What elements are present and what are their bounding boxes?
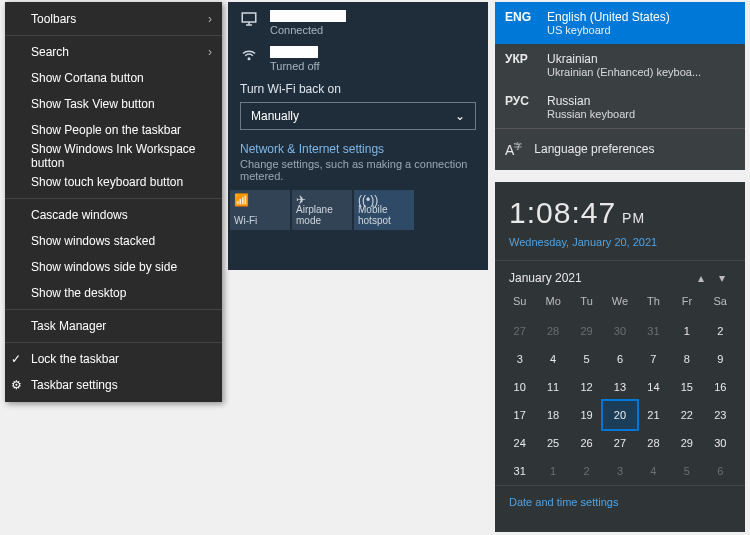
calendar-day[interactable]: 16 — [704, 373, 737, 401]
calendar-day[interactable]: 9 — [704, 345, 737, 373]
network-item-wifi[interactable]: Turned off — [228, 38, 488, 74]
calendar-day[interactable]: 2 — [704, 317, 737, 345]
calendar-month-label[interactable]: January 2021 — [509, 271, 582, 285]
network-item-ethernet[interactable]: Connected — [228, 2, 488, 38]
ctx-label: Show windows side by side — [31, 260, 177, 274]
time-value: 1:08:47 — [509, 196, 616, 229]
tile-label: Mobile hotspot — [358, 204, 410, 226]
lang-item-eng[interactable]: ENG English (United States) US keyboard — [495, 2, 745, 44]
language-preferences[interactable]: A字 Language preferences — [495, 128, 745, 170]
ctx-showdesktop[interactable]: Show the desktop — [5, 280, 222, 306]
calendar-day[interactable]: 13 — [603, 373, 636, 401]
calendar-day[interactable]: 1 — [670, 317, 703, 345]
calendar-day[interactable]: 4 — [637, 457, 670, 485]
tile-airplane[interactable]: ✈ Airplane mode — [292, 190, 352, 230]
calendar-day[interactable]: 29 — [570, 317, 603, 345]
ctx-cascade[interactable]: Cascade windows — [5, 202, 222, 228]
ctx-lock[interactable]: ✓ Lock the taskbar — [5, 346, 222, 372]
ctx-sidebyside[interactable]: Show windows side by side — [5, 254, 222, 280]
calendar-day[interactable]: 24 — [503, 429, 536, 457]
wifi-turnon-label: Turn Wi-Fi back on — [228, 74, 488, 100]
calendar-day[interactable]: 8 — [670, 345, 703, 373]
calendar-day[interactable]: 28 — [637, 429, 670, 457]
calendar-day[interactable]: 3 — [503, 345, 536, 373]
calendar-day[interactable]: 5 — [670, 457, 703, 485]
calendar-day[interactable]: 17 — [503, 401, 536, 429]
lang-item-ukr[interactable]: УКР Ukrainian Ukrainian (Enhanced) keybo… — [495, 44, 745, 86]
calendar-day[interactable]: 30 — [704, 429, 737, 457]
ctx-label: Show the desktop — [31, 286, 126, 300]
lang-keyboard: Russian keyboard — [547, 108, 635, 120]
separator — [5, 35, 222, 36]
ctx-label: Show Task View button — [31, 97, 155, 111]
calendar-prev-icon[interactable]: ▴ — [692, 271, 710, 285]
calendar-day[interactable]: 3 — [603, 457, 636, 485]
tile-wifi[interactable]: 📶 Wi-Fi — [230, 190, 290, 230]
ctx-settings[interactable]: ⚙ Taskbar settings — [5, 372, 222, 398]
calendar-day[interactable]: 2 — [570, 457, 603, 485]
separator — [5, 309, 222, 310]
tile-hotspot[interactable]: ((•)) Mobile hotspot — [354, 190, 414, 230]
ctx-toolbars[interactable]: Toolbars › — [5, 6, 222, 32]
calendar-day[interactable]: 21 — [637, 401, 670, 429]
calendar-day[interactable]: 12 — [570, 373, 603, 401]
calendar-day[interactable]: 28 — [536, 317, 569, 345]
ctx-search[interactable]: Search › — [5, 39, 222, 65]
lang-name: English (United States) — [547, 10, 670, 24]
calendar-day[interactable]: 11 — [536, 373, 569, 401]
calendar-day[interactable]: 23 — [704, 401, 737, 429]
network-settings-sub: Change settings, such as making a connec… — [228, 156, 488, 188]
tile-label: Wi-Fi — [234, 215, 286, 226]
wifi-icon — [240, 46, 260, 66]
calendar-day[interactable]: 26 — [570, 429, 603, 457]
ctx-people[interactable]: Show People on the taskbar — [5, 117, 222, 143]
calendar-day[interactable]: 6 — [603, 345, 636, 373]
lang-item-rus[interactable]: РУС Russian Russian keyboard — [495, 86, 745, 128]
calendar-day[interactable]: 1 — [536, 457, 569, 485]
ctx-stacked[interactable]: Show windows stacked — [5, 228, 222, 254]
ctx-taskmanager[interactable]: Task Manager — [5, 313, 222, 339]
calendar-day[interactable]: 7 — [637, 345, 670, 373]
calendar-day[interactable]: 4 — [536, 345, 569, 373]
date-time-settings-link[interactable]: Date and time settings — [495, 485, 745, 518]
calendar-day[interactable]: 27 — [503, 317, 536, 345]
network-settings-link[interactable]: Network & Internet settings — [228, 130, 488, 156]
calendar-day[interactable]: 14 — [637, 373, 670, 401]
separator — [5, 198, 222, 199]
calendar-dow: We — [603, 295, 636, 317]
calendar-day[interactable]: 20 — [603, 401, 636, 429]
calendar-day[interactable]: 25 — [536, 429, 569, 457]
ctx-label: Show touch keyboard button — [31, 175, 183, 189]
network-status: Turned off — [270, 60, 320, 72]
lang-abbr: ENG — [505, 10, 535, 24]
calendar-day[interactable]: 10 — [503, 373, 536, 401]
calendar-day[interactable]: 5 — [570, 345, 603, 373]
network-name-redacted — [270, 10, 346, 22]
calendar-day[interactable]: 15 — [670, 373, 703, 401]
lang-name: Russian — [547, 94, 635, 108]
calendar-day[interactable]: 22 — [670, 401, 703, 429]
calendar-next-icon[interactable]: ▾ — [713, 271, 731, 285]
calendar-day[interactable]: 27 — [603, 429, 636, 457]
ctx-label: Show People on the taskbar — [31, 123, 181, 137]
monitor-icon — [240, 10, 260, 30]
calendar-day[interactable]: 31 — [503, 457, 536, 485]
clock-date-link[interactable]: Wednesday, January 20, 2021 — [495, 232, 745, 260]
ctx-label: Task Manager — [31, 319, 106, 333]
ctx-cortana[interactable]: Show Cortana button — [5, 65, 222, 91]
hotspot-icon: ((•)) — [358, 193, 378, 207]
calendar-day[interactable]: 19 — [570, 401, 603, 429]
calendar-day[interactable]: 29 — [670, 429, 703, 457]
calendar-day[interactable]: 18 — [536, 401, 569, 429]
calendar-day[interactable]: 30 — [603, 317, 636, 345]
lang-keyboard: Ukrainian (Enhanced) keyboa... — [547, 66, 701, 78]
calendar-day[interactable]: 31 — [637, 317, 670, 345]
ctx-ink[interactable]: Show Windows Ink Workspace button — [5, 143, 222, 169]
ctx-touchkbd[interactable]: Show touch keyboard button — [5, 169, 222, 195]
calendar-day[interactable]: 6 — [704, 457, 737, 485]
ctx-label: Show Windows Ink Workspace button — [31, 142, 212, 170]
wifi-turnon-select[interactable]: Manually ⌄ — [240, 102, 476, 130]
ctx-label: Lock the taskbar — [31, 352, 119, 366]
ctx-taskview[interactable]: Show Task View button — [5, 91, 222, 117]
language-flyout: ENG English (United States) US keyboard … — [495, 2, 745, 170]
